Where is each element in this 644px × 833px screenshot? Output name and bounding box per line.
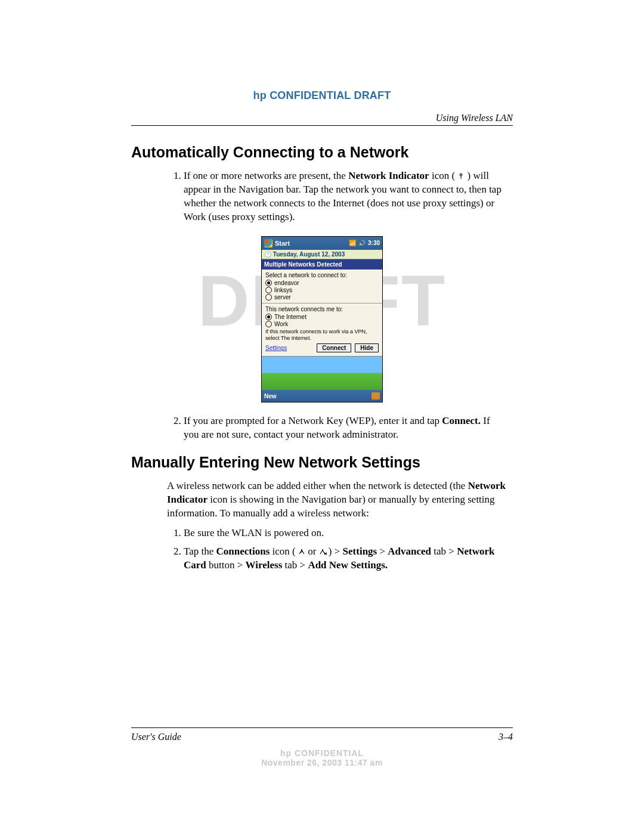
section1-steps: If one or more networks are present, the… [131, 169, 513, 224]
pda-taskbar: New [262, 390, 382, 402]
pda-time: 3:30 [368, 240, 380, 246]
speaker-icon: 🔊 [358, 240, 366, 246]
pda-titlebar: Start 📶 🔊 3:30 [262, 237, 382, 250]
pda-desktop-wallpaper [262, 357, 382, 390]
radio-icon [265, 321, 272, 327]
svg-point-2 [461, 174, 462, 175]
radio-icon [265, 314, 272, 320]
chapter-name: Using Wireless LAN [131, 113, 513, 123]
network-indicator-icon [457, 170, 465, 177]
section2-steps: Be sure the WLAN is powered on. Tap the … [131, 527, 513, 572]
connections-icon [298, 546, 305, 553]
radio-icon [265, 280, 272, 286]
pda-vpn-note: If this network connects to work via a V… [265, 329, 379, 342]
keyboard-icon [371, 392, 380, 400]
pda-network-option: server [265, 294, 379, 301]
pda-settings-link: Settings [265, 345, 313, 351]
windows-flag-icon [264, 239, 273, 247]
footer-page: 3–4 [499, 732, 513, 742]
section1-step1: If one or more networks are present, the… [184, 169, 513, 224]
pda-dest-option: Work [265, 321, 379, 327]
section2-step2: Tap the Connections icon ( or ) > Settin… [184, 545, 513, 572]
pda-banner: Multiple Networks Detected [262, 259, 382, 270]
pda-connects-label: This network connects me to: [265, 306, 379, 312]
pda-network-option: linksys [265, 287, 379, 293]
pda-screenshot: Start 📶 🔊 3:30 🕐 Tuesday, August 12, 200… [131, 236, 513, 403]
pda-hide-button: Hide [355, 343, 379, 352]
pda-date: 🕐 Tuesday, August 12, 2003 [262, 250, 382, 259]
section2-title: Manually Entering New Network Settings [131, 454, 513, 471]
pda-new-label: New [264, 393, 277, 400]
confidential-header: hp CONFIDENTIAL DRAFT [131, 89, 513, 102]
section2-intro: A wireless network can be added either w… [167, 479, 513, 521]
pda-select-label: Select a network to connect to: [265, 272, 379, 278]
radio-icon [265, 294, 272, 301]
svg-point-4 [322, 549, 323, 550]
svg-point-3 [301, 549, 302, 550]
pda-connect-button: Connect [317, 343, 351, 352]
section1-step2: If you are prompted for a Network Key (W… [184, 414, 513, 442]
section1-steps-cont: If you are prompted for a Network Key (W… [131, 414, 513, 442]
radio-icon [265, 287, 272, 293]
header-rule [131, 125, 513, 126]
section1-title: Automatically Connecting to a Network [131, 144, 513, 161]
connections-x-icon [319, 546, 326, 553]
pda-dest-option: The Internet [265, 314, 379, 320]
footer-timestamp: November 26, 2003 11:47 am [131, 758, 513, 767]
pda-network-option: endeavor [265, 280, 379, 286]
footer-guide: User's Guide [131, 732, 181, 742]
footer-rule [131, 727, 513, 728]
footer-confidential: hp CONFIDENTIAL [131, 748, 513, 758]
pda-start-label: Start [275, 240, 290, 247]
antenna-icon: 📶 [349, 240, 356, 246]
section2-step1: Be sure the WLAN is powered on. [184, 527, 513, 540]
